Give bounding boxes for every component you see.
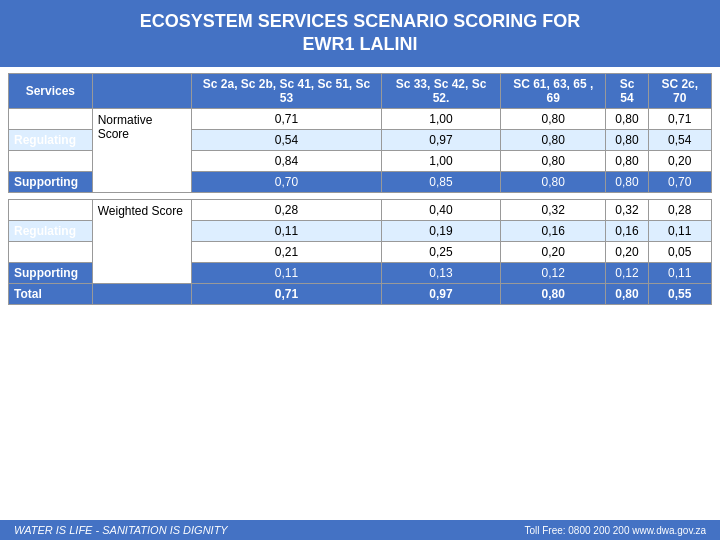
footer-bar: WATER IS LIFE - SANITATION IS DIGNITY To…	[0, 520, 720, 540]
service-label: Provisioning	[9, 199, 93, 220]
data-cell: 0,80	[606, 150, 648, 171]
data-cell: 0,12	[501, 262, 606, 283]
data-cell: 0,54	[191, 129, 381, 150]
service-label: Regulating	[9, 220, 93, 241]
data-cell: 0,20	[648, 150, 711, 171]
data-cell: 0,80	[501, 129, 606, 150]
data-cell: 0,05	[648, 241, 711, 262]
data-cell: 0,80	[501, 283, 606, 304]
data-cell: 0,70	[191, 171, 381, 192]
data-cell: 0,80	[501, 108, 606, 129]
title-line2: EWR1 LALINI	[20, 33, 700, 56]
data-cell: 0,11	[191, 220, 381, 241]
data-cell: 0,54	[648, 129, 711, 150]
data-cell: 0,97	[382, 283, 501, 304]
data-cell: 0,25	[382, 241, 501, 262]
data-cell: 0,70	[648, 171, 711, 192]
data-cell: 0,80	[606, 108, 648, 129]
normative-score-label: Normative Score	[92, 108, 191, 192]
data-cell: 0,11	[191, 262, 381, 283]
data-cell: 0,20	[606, 241, 648, 262]
weighted-score-label: Weighted Score	[92, 199, 191, 283]
header-row: Services Sc 2a, Sc 2b, Sc 41, Sc 51, Sc …	[9, 73, 712, 108]
page-wrapper: ECOSYSTEM SERVICES SCENARIO SCORING FOR …	[0, 0, 720, 540]
header-sc2c: SC 2c, 70	[648, 73, 711, 108]
data-cell: 0,80	[501, 171, 606, 192]
service-label: Cultural	[9, 241, 93, 262]
data-cell: 0,84	[191, 150, 381, 171]
header-sc61: SC 61, 63, 65 , 69	[501, 73, 606, 108]
data-cell: 0,16	[501, 220, 606, 241]
data-cell: 0,71	[191, 283, 381, 304]
spacer-row	[9, 192, 712, 199]
total-score-label	[92, 283, 191, 304]
data-cell: 0,19	[382, 220, 501, 241]
data-cell: 0,40	[382, 199, 501, 220]
data-cell: 0,21	[191, 241, 381, 262]
data-cell: 0,80	[501, 150, 606, 171]
service-label: Cultural	[9, 150, 93, 171]
data-cell: 0,32	[606, 199, 648, 220]
data-cell: 0,80	[606, 129, 648, 150]
data-cell: 1,00	[382, 150, 501, 171]
data-cell: 0,11	[648, 220, 711, 241]
footer-right: Toll Free: 0800 200 200 www.dwa.gov.za	[524, 525, 706, 536]
header-score-type	[92, 73, 191, 108]
data-cell: 0,28	[191, 199, 381, 220]
header-sc2a: Sc 2a, Sc 2b, Sc 41, Sc 51, Sc 53	[191, 73, 381, 108]
header-sc54: Sc 54	[606, 73, 648, 108]
data-cell: 0,55	[648, 283, 711, 304]
total-label: Total	[9, 283, 93, 304]
data-cell: 0,97	[382, 129, 501, 150]
table-row: Provisioning Weighted Score 0,28 0,40 0,…	[9, 199, 712, 220]
data-cell: 0,71	[648, 108, 711, 129]
table-row: Provisioning Normative Score 0,71 1,00 0…	[9, 108, 712, 129]
service-label: Regulating	[9, 129, 93, 150]
data-cell: 0,71	[191, 108, 381, 129]
data-cell: 0,13	[382, 262, 501, 283]
service-label: Supporting	[9, 262, 93, 283]
footer-left: WATER IS LIFE - SANITATION IS DIGNITY	[14, 524, 228, 536]
table-container: Services Sc 2a, Sc 2b, Sc 41, Sc 51, Sc …	[0, 67, 720, 520]
data-cell: 0,16	[606, 220, 648, 241]
title-line1: ECOSYSTEM SERVICES SCENARIO SCORING FOR	[20, 10, 700, 33]
data-cell: 0,85	[382, 171, 501, 192]
service-label: Supporting	[9, 171, 93, 192]
data-cell: 0,11	[648, 262, 711, 283]
header-sc33: Sc 33, Sc 42, Sc 52.	[382, 73, 501, 108]
data-cell: 0,12	[606, 262, 648, 283]
data-cell: 0,20	[501, 241, 606, 262]
main-table: Services Sc 2a, Sc 2b, Sc 41, Sc 51, Sc …	[8, 73, 712, 305]
service-label: Provisioning	[9, 108, 93, 129]
data-cell: 0,80	[606, 171, 648, 192]
total-row: Total 0,71 0,97 0,80 0,80 0,55	[9, 283, 712, 304]
data-cell: 1,00	[382, 108, 501, 129]
title-bar: ECOSYSTEM SERVICES SCENARIO SCORING FOR …	[0, 0, 720, 67]
data-cell: 0,28	[648, 199, 711, 220]
data-cell: 0,80	[606, 283, 648, 304]
header-services: Services	[9, 73, 93, 108]
data-cell: 0,32	[501, 199, 606, 220]
